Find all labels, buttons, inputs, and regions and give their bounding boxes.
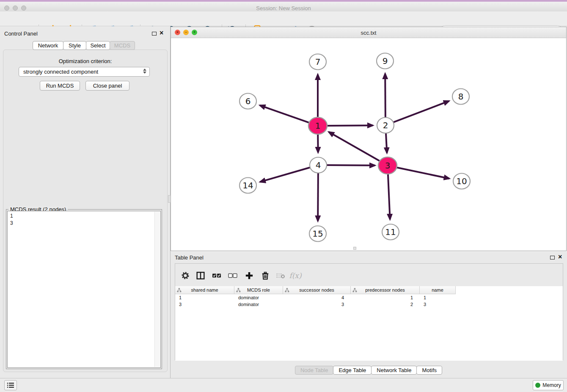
control-panel-title: Control Panel bbox=[4, 30, 38, 37]
plus-icon bbox=[245, 271, 253, 280]
tree-icon bbox=[236, 288, 241, 293]
graph-node-label-14: 14 bbox=[242, 180, 253, 190]
column-header-name[interactable]: name bbox=[420, 286, 456, 294]
tab-style[interactable]: Style bbox=[63, 41, 86, 50]
trash-icon bbox=[261, 271, 270, 280]
cell-predecessor-nodes[interactable]: 1 bbox=[351, 294, 420, 301]
graph-edge-4-3[interactable] bbox=[326, 165, 375, 166]
graph-edge-3-11[interactable] bbox=[388, 174, 390, 219]
node-table: shared name MCDS role successor nodes pr… bbox=[175, 286, 563, 361]
graph-edge-3-10[interactable] bbox=[396, 167, 449, 179]
cell-mcds-role[interactable]: dominator bbox=[234, 301, 283, 308]
graph-edge-4-15[interactable] bbox=[318, 173, 318, 221]
graph-edge-2-8[interactable] bbox=[393, 101, 449, 123]
network-view-window: × − + scc.txt 7968124314101511 bbox=[171, 27, 567, 251]
table-panel: Table Panel × bbox=[171, 252, 567, 378]
graph-node-label-7: 7 bbox=[315, 57, 321, 67]
create-column-button[interactable] bbox=[244, 271, 254, 281]
cell-name[interactable]: 1 bbox=[420, 294, 456, 301]
tab-edge-table[interactable]: Edge Table bbox=[333, 366, 372, 375]
column-header-successor-nodes[interactable]: successor nodes bbox=[283, 286, 351, 294]
column-header-shared-name[interactable]: shared name bbox=[175, 286, 234, 294]
tree-icon bbox=[352, 288, 357, 293]
tab-network-table[interactable]: Network Table bbox=[371, 366, 417, 375]
network-window-titlebar[interactable]: × − + scc.txt bbox=[171, 27, 566, 38]
gear-icon bbox=[181, 271, 190, 280]
mcds-result-text[interactable]: 1 3 bbox=[7, 211, 161, 368]
graph-node-label-1: 1 bbox=[315, 121, 321, 131]
delete-column-button[interactable] bbox=[260, 271, 270, 281]
table-panel-title: Table Panel bbox=[175, 254, 204, 261]
memory-status-icon bbox=[535, 383, 540, 388]
canvas-resize-handle[interactable] bbox=[353, 247, 356, 250]
float-table-panel-icon[interactable] bbox=[550, 256, 555, 259]
control-panel-tabs: Network Style Select MCDS bbox=[33, 41, 135, 50]
graph-edge-3-1[interactable] bbox=[329, 132, 380, 162]
column-header-mcds-role[interactable]: MCDS role bbox=[234, 286, 283, 294]
table-header-row: shared name MCDS role successor nodes pr… bbox=[175, 286, 563, 294]
graph-edge-1-2[interactable] bbox=[326, 125, 373, 126]
function-builder-button-disabled: f(x) bbox=[290, 271, 300, 281]
app-titlebar: Session: New Session bbox=[0, 2, 567, 11]
table-row[interactable]: 1 dominator 4 1 1 bbox=[175, 294, 563, 301]
cell-successor-nodes[interactable]: 3 bbox=[283, 301, 351, 308]
cell-predecessor-nodes[interactable]: 2 bbox=[351, 301, 420, 308]
checked-boxes-icon bbox=[212, 271, 221, 280]
show-column-panel-button[interactable] bbox=[195, 271, 206, 281]
unselect-all-columns-button[interactable] bbox=[228, 271, 238, 281]
network-canvas[interactable]: 7968124314101511 bbox=[171, 38, 566, 251]
float-panel-icon[interactable] bbox=[152, 32, 157, 36]
memory-button[interactable]: Memory bbox=[533, 380, 564, 390]
close-panel-icon[interactable]: × bbox=[160, 30, 163, 36]
graph-edge-1-6[interactable] bbox=[260, 105, 310, 123]
task-history-button[interactable] bbox=[4, 380, 17, 390]
graph-node-label-3: 3 bbox=[385, 160, 391, 171]
graph-node-label-4: 4 bbox=[316, 160, 321, 170]
tree-icon bbox=[285, 288, 289, 293]
tree-icon bbox=[177, 288, 182, 293]
table-row[interactable]: 3 dominator 3 2 3 bbox=[175, 301, 563, 308]
graph-edge-2-9[interactable] bbox=[385, 74, 385, 117]
column-header-predecessor-nodes[interactable]: predecessor nodes bbox=[351, 286, 420, 294]
graph-node-label-9: 9 bbox=[383, 56, 388, 66]
table-toolbar: f(x) bbox=[175, 264, 563, 286]
result-scrollbar[interactable] bbox=[154, 212, 160, 367]
graph-node-label-15: 15 bbox=[312, 229, 323, 239]
graph-node-label-6: 6 bbox=[245, 96, 251, 106]
fx-icon: f(x) bbox=[289, 271, 301, 280]
tab-network[interactable]: Network bbox=[33, 41, 63, 50]
main-toolbar bbox=[0, 11, 567, 26]
window-title: Session: New Session bbox=[0, 5, 567, 11]
table-settings-button[interactable] bbox=[180, 271, 190, 281]
list-icon bbox=[7, 382, 14, 388]
criterion-value: strongly connected component bbox=[23, 69, 98, 75]
node-table-container: f(x) shared name MCDS role successor nod… bbox=[175, 263, 563, 360]
criterion-select[interactable]: strongly connected component bbox=[19, 67, 150, 77]
graph-edge-4-14[interactable] bbox=[260, 167, 311, 182]
cell-shared-name[interactable]: 1 bbox=[175, 294, 234, 301]
table-panel-tabs: Node Table Edge Table Network Table Moti… bbox=[171, 366, 567, 375]
close-table-panel-icon[interactable]: × bbox=[558, 254, 562, 260]
tab-mcds[interactable]: MCDS bbox=[110, 41, 135, 50]
control-panel: Control Panel × Network Style Select MCD… bbox=[0, 26, 171, 378]
optimization-criterion-label: Optimization criterion: bbox=[0, 58, 171, 64]
status-bar: Memory bbox=[0, 378, 567, 392]
cell-successor-nodes[interactable]: 4 bbox=[283, 294, 351, 301]
select-stepper-icon bbox=[143, 69, 146, 74]
graph-node-label-10: 10 bbox=[456, 176, 467, 186]
cell-mcds-role[interactable]: dominator bbox=[234, 294, 283, 301]
cell-name[interactable]: 3 bbox=[420, 301, 456, 308]
graph-node-label-8: 8 bbox=[458, 91, 464, 102]
close-panel-button[interactable]: Close panel bbox=[85, 81, 129, 91]
select-all-columns-button[interactable] bbox=[212, 271, 222, 281]
cell-shared-name[interactable]: 3 bbox=[175, 301, 234, 308]
graph-edge-2-3[interactable] bbox=[386, 133, 387, 153]
graph-node-label-11: 11 bbox=[385, 227, 396, 237]
split-columns-icon bbox=[196, 271, 205, 280]
tab-node-table[interactable]: Node Table bbox=[295, 366, 334, 375]
run-mcds-button[interactable]: Run MCDS bbox=[40, 81, 80, 91]
mcds-result-group: MCDS result (2 nodes) 1 3 bbox=[6, 209, 162, 369]
memory-label: Memory bbox=[542, 382, 561, 388]
tab-motifs[interactable]: Motifs bbox=[416, 366, 442, 375]
tab-select[interactable]: Select bbox=[86, 41, 110, 50]
